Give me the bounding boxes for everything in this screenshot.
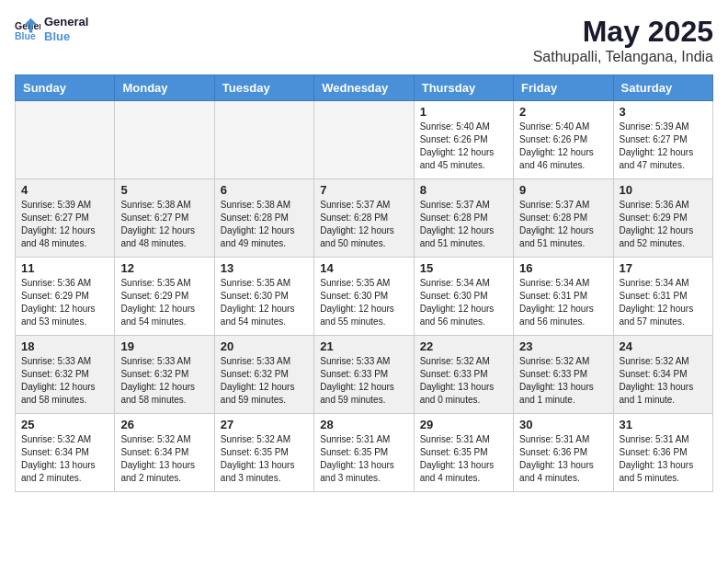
day-info: Sunrise: 5:34 AM Sunset: 6:31 PM Dayligh… (620, 277, 707, 328)
calendar-cell (214, 101, 313, 179)
calendar-cell: 13Sunrise: 5:35 AM Sunset: 6:30 PM Dayli… (214, 258, 313, 336)
location-subtitle: Sathupalli, Telangana, India (533, 49, 713, 65)
day-number: 3 (620, 105, 707, 119)
day-info: Sunrise: 5:32 AM Sunset: 6:33 PM Dayligh… (420, 355, 507, 407)
day-number: 15 (420, 261, 507, 275)
header-sunday: Sunday (16, 75, 115, 101)
header-friday: Friday (514, 75, 613, 101)
day-info: Sunrise: 5:32 AM Sunset: 6:34 PM Dayligh… (21, 433, 108, 485)
day-info: Sunrise: 5:31 AM Sunset: 6:35 PM Dayligh… (320, 433, 407, 485)
day-info: Sunrise: 5:33 AM Sunset: 6:32 PM Dayligh… (21, 355, 108, 407)
day-info: Sunrise: 5:36 AM Sunset: 6:29 PM Dayligh… (21, 277, 108, 328)
day-number: 20 (221, 339, 308, 353)
logo-general: General (44, 15, 88, 29)
calendar-cell: 7Sunrise: 5:37 AM Sunset: 6:28 PM Daylig… (314, 179, 414, 258)
calendar-cell (115, 101, 214, 179)
day-number: 9 (519, 183, 607, 197)
day-info: Sunrise: 5:35 AM Sunset: 6:29 PM Dayligh… (120, 277, 208, 328)
day-number: 17 (620, 261, 707, 275)
calendar-header-row: SundayMondayTuesdayWednesdayThursdayFrid… (16, 75, 713, 101)
calendar-cell: 16Sunrise: 5:34 AM Sunset: 6:31 PM Dayli… (514, 258, 613, 336)
day-info: Sunrise: 5:39 AM Sunset: 6:27 PM Dayligh… (21, 199, 108, 250)
calendar-cell: 26Sunrise: 5:32 AM Sunset: 6:34 PM Dayli… (115, 414, 214, 492)
day-number: 25 (21, 418, 108, 431)
calendar-cell: 21Sunrise: 5:33 AM Sunset: 6:33 PM Dayli… (314, 336, 414, 414)
calendar-cell: 29Sunrise: 5:31 AM Sunset: 6:35 PM Dayli… (414, 414, 513, 492)
calendar-week-row: 18Sunrise: 5:33 AM Sunset: 6:32 PM Dayli… (16, 336, 713, 414)
day-info: Sunrise: 5:40 AM Sunset: 6:26 PM Dayligh… (519, 121, 607, 172)
day-number: 21 (320, 339, 407, 353)
day-info: Sunrise: 5:34 AM Sunset: 6:31 PM Dayligh… (519, 277, 607, 328)
logo-icon: General Blue (15, 17, 40, 42)
calendar-cell: 4Sunrise: 5:39 AM Sunset: 6:27 PM Daylig… (16, 179, 115, 258)
day-info: Sunrise: 5:39 AM Sunset: 6:27 PM Dayligh… (620, 121, 707, 172)
day-number: 23 (519, 339, 607, 353)
calendar-cell: 22Sunrise: 5:32 AM Sunset: 6:33 PM Dayli… (414, 336, 513, 414)
calendar-cell: 24Sunrise: 5:32 AM Sunset: 6:34 PM Dayli… (613, 336, 712, 414)
calendar-cell: 12Sunrise: 5:35 AM Sunset: 6:29 PM Dayli… (115, 258, 214, 336)
day-number: 26 (120, 418, 208, 431)
title-block: May 2025 Sathupalli, Telangana, India (533, 15, 713, 65)
day-number: 5 (120, 183, 208, 197)
day-number: 13 (221, 261, 308, 275)
header-tuesday: Tuesday (214, 75, 313, 101)
calendar-cell (314, 101, 414, 179)
calendar-cell (16, 101, 115, 179)
day-number: 8 (420, 183, 507, 197)
day-info: Sunrise: 5:36 AM Sunset: 6:29 PM Dayligh… (620, 199, 707, 250)
day-info: Sunrise: 5:32 AM Sunset: 6:33 PM Dayligh… (519, 355, 607, 407)
calendar-cell: 28Sunrise: 5:31 AM Sunset: 6:35 PM Dayli… (314, 414, 414, 492)
day-number: 11 (21, 261, 108, 275)
calendar-cell: 2Sunrise: 5:40 AM Sunset: 6:26 PM Daylig… (514, 101, 613, 179)
day-number: 19 (120, 339, 208, 353)
calendar-cell: 11Sunrise: 5:36 AM Sunset: 6:29 PM Dayli… (16, 258, 115, 336)
calendar-week-row: 4Sunrise: 5:39 AM Sunset: 6:27 PM Daylig… (16, 179, 713, 258)
day-info: Sunrise: 5:31 AM Sunset: 6:36 PM Dayligh… (620, 433, 707, 485)
day-info: Sunrise: 5:32 AM Sunset: 6:34 PM Dayligh… (620, 355, 707, 407)
day-number: 31 (620, 418, 707, 431)
day-number: 7 (320, 183, 407, 197)
day-number: 29 (420, 418, 507, 431)
day-info: Sunrise: 5:33 AM Sunset: 6:32 PM Dayligh… (120, 355, 208, 407)
day-number: 14 (320, 261, 407, 275)
day-info: Sunrise: 5:37 AM Sunset: 6:28 PM Dayligh… (420, 199, 507, 250)
calendar-cell: 30Sunrise: 5:31 AM Sunset: 6:36 PM Dayli… (514, 414, 613, 492)
calendar-cell: 17Sunrise: 5:34 AM Sunset: 6:31 PM Dayli… (613, 258, 712, 336)
calendar-cell: 5Sunrise: 5:38 AM Sunset: 6:27 PM Daylig… (115, 179, 214, 258)
calendar-cell: 15Sunrise: 5:34 AM Sunset: 6:30 PM Dayli… (414, 258, 513, 336)
calendar-cell: 9Sunrise: 5:37 AM Sunset: 6:28 PM Daylig… (514, 179, 613, 258)
calendar-table: SundayMondayTuesdayWednesdayThursdayFrid… (15, 75, 713, 492)
day-info: Sunrise: 5:34 AM Sunset: 6:30 PM Dayligh… (420, 277, 507, 328)
calendar-week-row: 11Sunrise: 5:36 AM Sunset: 6:29 PM Dayli… (16, 258, 713, 336)
day-number: 12 (120, 261, 208, 275)
header-thursday: Thursday (414, 75, 513, 101)
day-info: Sunrise: 5:37 AM Sunset: 6:28 PM Dayligh… (519, 199, 607, 250)
calendar-cell: 25Sunrise: 5:32 AM Sunset: 6:34 PM Dayli… (16, 414, 115, 492)
logo-blue: Blue (44, 29, 88, 44)
day-info: Sunrise: 5:35 AM Sunset: 6:30 PM Dayligh… (221, 277, 308, 328)
day-info: Sunrise: 5:37 AM Sunset: 6:28 PM Dayligh… (320, 199, 407, 250)
header-wednesday: Wednesday (314, 75, 414, 101)
day-number: 27 (221, 418, 308, 431)
calendar-cell: 31Sunrise: 5:31 AM Sunset: 6:36 PM Dayli… (613, 414, 712, 492)
svg-text:Blue: Blue (15, 29, 36, 40)
day-number: 18 (21, 339, 108, 353)
day-number: 2 (519, 105, 607, 119)
header-monday: Monday (115, 75, 214, 101)
day-number: 28 (320, 418, 407, 431)
calendar-cell: 8Sunrise: 5:37 AM Sunset: 6:28 PM Daylig… (414, 179, 513, 258)
calendar-cell: 27Sunrise: 5:32 AM Sunset: 6:35 PM Dayli… (214, 414, 313, 492)
calendar-cell: 19Sunrise: 5:33 AM Sunset: 6:32 PM Dayli… (115, 336, 214, 414)
calendar-cell: 14Sunrise: 5:35 AM Sunset: 6:30 PM Dayli… (314, 258, 414, 336)
day-info: Sunrise: 5:38 AM Sunset: 6:28 PM Dayligh… (221, 199, 308, 250)
logo: General Blue General Blue (15, 15, 88, 43)
month-title: May 2025 (533, 15, 713, 49)
day-info: Sunrise: 5:32 AM Sunset: 6:34 PM Dayligh… (120, 433, 208, 485)
calendar-cell: 10Sunrise: 5:36 AM Sunset: 6:29 PM Dayli… (613, 179, 712, 258)
calendar-week-row: 1Sunrise: 5:40 AM Sunset: 6:26 PM Daylig… (16, 101, 713, 179)
calendar-cell: 23Sunrise: 5:32 AM Sunset: 6:33 PM Dayli… (514, 336, 613, 414)
calendar-week-row: 25Sunrise: 5:32 AM Sunset: 6:34 PM Dayli… (16, 414, 713, 492)
day-number: 4 (21, 183, 108, 197)
day-info: Sunrise: 5:38 AM Sunset: 6:27 PM Dayligh… (120, 199, 208, 250)
day-number: 30 (519, 418, 607, 431)
